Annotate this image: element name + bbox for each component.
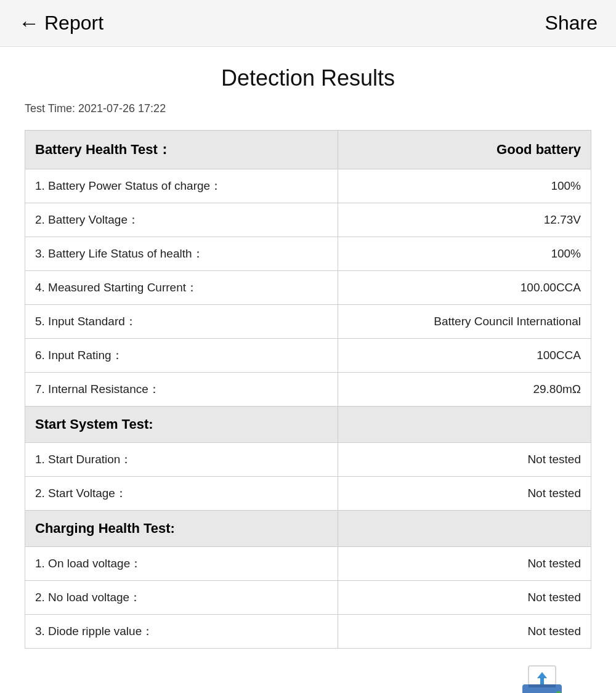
results-table: Battery Health Test：Good battery1. Batte… — [25, 130, 591, 649]
table-row: 1. Start Duration：Not tested — [25, 443, 591, 477]
row-value: Battery Council International — [338, 305, 591, 339]
row-value: 12.73V — [338, 203, 591, 237]
print-button[interactable] — [511, 661, 573, 693]
row-label: 1. Battery Power Status of charge： — [25, 169, 338, 203]
row-value: 100% — [338, 237, 591, 271]
table-row: 4. Measured Starting Current：100.00CCA — [25, 271, 591, 305]
table-row: 3. Battery Life Status of health：100% — [25, 237, 591, 271]
back-label: Report — [44, 12, 103, 34]
table-row: 2. No load voltage：Not tested — [25, 581, 591, 615]
row-value: Not tested — [338, 477, 591, 511]
table-row: 2. Start Voltage：Not tested — [25, 477, 591, 511]
table-row: 3. Diode ripple value：Not tested — [25, 615, 591, 649]
header: ← Report Share — [0, 0, 616, 47]
share-button[interactable]: Share — [545, 12, 598, 34]
section-header-label: Charging Health Test: — [25, 511, 338, 547]
section-header-charging-health: Charging Health Test: — [25, 511, 591, 547]
row-value: Not tested — [338, 443, 591, 477]
section-header-result: Good battery — [338, 131, 591, 169]
section-header-result — [338, 407, 591, 443]
row-value: 100.00CCA — [338, 271, 591, 305]
section-header-label: Start System Test: — [25, 407, 338, 443]
table-row: 5. Input Standard：Battery Council Intern… — [25, 305, 591, 339]
row-value: Not tested — [338, 547, 591, 581]
row-label: 1. On load voltage： — [25, 547, 338, 581]
back-arrow-icon: ← — [18, 11, 39, 35]
section-header-start-system: Start System Test: — [25, 407, 591, 443]
page-title: Detection Results — [25, 65, 591, 91]
row-value: 100CCA — [338, 339, 591, 373]
table-row: 2. Battery Voltage：12.73V — [25, 203, 591, 237]
table-row: 6. Input Rating：100CCA — [25, 339, 591, 373]
table-row: 1. On load voltage：Not tested — [25, 547, 591, 581]
row-label: 2. No load voltage： — [25, 581, 338, 615]
row-label: 4. Measured Starting Current： — [25, 271, 338, 305]
row-value: 100% — [338, 169, 591, 203]
section-header-result — [338, 511, 591, 547]
row-label: 2. Battery Voltage： — [25, 203, 338, 237]
row-label: 1. Start Duration： — [25, 443, 338, 477]
main-content: Detection Results Test Time: 2021-07-26 … — [0, 47, 616, 693]
back-button[interactable]: ← Report — [18, 11, 103, 35]
section-header-label: Battery Health Test： — [25, 131, 338, 169]
row-value: 29.80mΩ — [338, 373, 591, 407]
section-header-battery-health: Battery Health Test：Good battery — [25, 131, 591, 169]
table-row: 1. Battery Power Status of charge：100% — [25, 169, 591, 203]
row-value: Not tested — [338, 581, 591, 615]
row-label: 3. Diode ripple value： — [25, 615, 338, 649]
row-label: 3. Battery Life Status of health： — [25, 237, 338, 271]
svg-rect-3 — [529, 684, 556, 687]
test-time: Test Time: 2021-07-26 17:22 — [25, 102, 591, 115]
row-value: Not tested — [338, 615, 591, 649]
row-label: 2. Start Voltage： — [25, 477, 338, 511]
row-label: 6. Input Rating： — [25, 339, 338, 373]
row-label: 5. Input Standard： — [25, 305, 338, 339]
table-row: 7. Internal Resistance：29.80mΩ — [25, 373, 591, 407]
print-area — [25, 661, 591, 693]
row-label: 7. Internal Resistance： — [25, 373, 338, 407]
